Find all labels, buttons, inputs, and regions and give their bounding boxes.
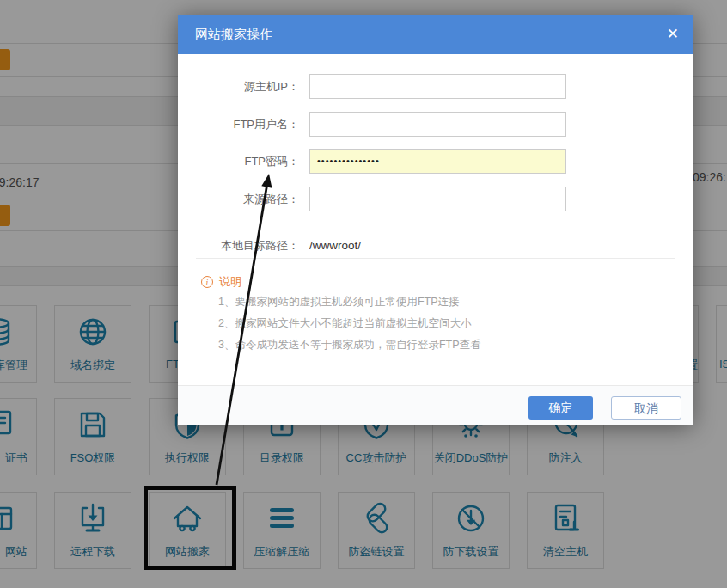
- ftp-user-label: FTP用户名：: [178, 112, 299, 137]
- dialog-header: 网站搬家操作 ✕: [178, 15, 693, 54]
- close-icon[interactable]: ✕: [667, 15, 679, 54]
- source-path-label: 来源路径：: [178, 187, 299, 211]
- note-title: 说明: [219, 274, 241, 290]
- ftp-password-label: FTP密码：: [178, 149, 299, 174]
- form-row-target-path: 本地目标路径： /wwwroot/: [178, 233, 693, 258]
- cancel-button[interactable]: 取消: [611, 396, 681, 420]
- target-path-label: 本地目标路径：: [178, 233, 299, 258]
- ftp-password-input[interactable]: •••••••••••••••: [309, 149, 566, 174]
- section-divider: [196, 258, 675, 259]
- form-row-source-ip: 源主机IP：: [178, 74, 693, 99]
- dialog-title: 网站搬家操作: [195, 15, 272, 54]
- ftp-username-input[interactable]: [309, 112, 566, 137]
- form-row-ftp-password: FTP密码： •••••••••••••••: [178, 149, 693, 174]
- site-move-dialog: 网站搬家操作 ✕ 源主机IP： FTP用户名： FTP密码： •••••••••…: [178, 15, 693, 425]
- info-icon: i: [201, 276, 213, 288]
- ok-button[interactable]: 确定: [528, 396, 593, 420]
- dialog-footer: 确定 取消: [178, 385, 693, 425]
- form-row-ftp-user: FTP用户名：: [178, 112, 693, 137]
- target-path-value: /wwwroot/: [309, 233, 361, 258]
- form-row-source-path: 来源路径：: [178, 187, 693, 211]
- source-ip-input[interactable]: [309, 74, 566, 99]
- note-item-3: 3、命令成功发送不等于搬家成功，需自行登录FTP查看: [218, 338, 481, 352]
- source-ip-label: 源主机IP：: [178, 74, 299, 99]
- source-path-input[interactable]: [309, 187, 566, 211]
- note-item-2: 2、搬家网站文件大小不能超过当前虚拟主机空间大小: [218, 316, 471, 331]
- screen: 09:26:17 09:26:17 库管理 域名绑定: [0, 0, 727, 588]
- note-item-1: 1、要搬家网站的虚拟主机必须可正常使用FTP连接: [218, 295, 460, 309]
